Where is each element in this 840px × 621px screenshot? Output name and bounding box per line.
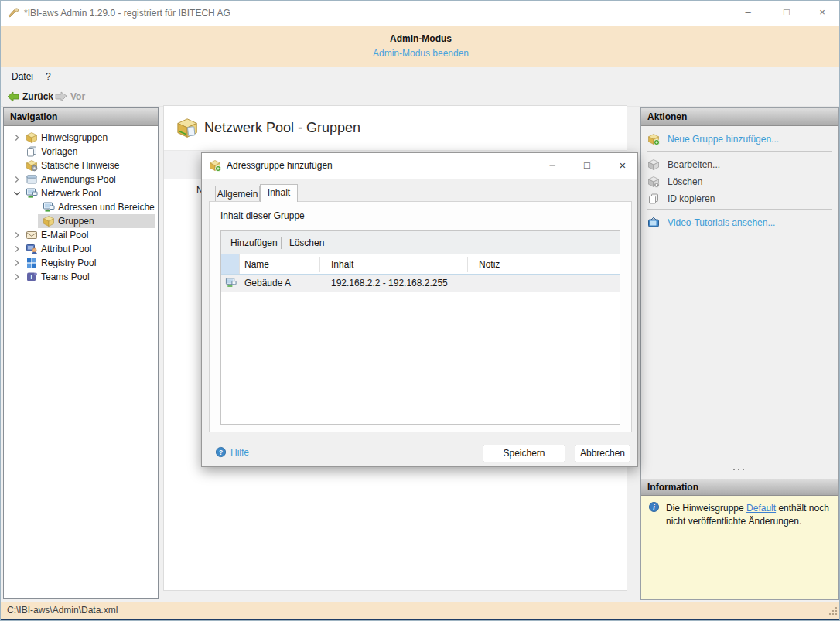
help-label: Hilfe [230, 447, 249, 458]
info-text-before: Die Hinweisgruppe [666, 503, 746, 514]
admin-mode-exit-link[interactable]: Admin-Modus beenden [1, 48, 840, 59]
chevron-right-icon[interactable] [12, 271, 22, 282]
dialog-close-button[interactable]: × [610, 155, 636, 176]
nav-toolbar: Zurück Vor [1, 86, 840, 107]
help-link[interactable]: Hilfe [215, 446, 249, 458]
sidebar-item-label: Attribut Pool [41, 242, 91, 256]
list-corner-cell [221, 254, 240, 274]
column-divider[interactable] [319, 257, 320, 272]
information-text: Die Hinweisgruppe Default enthält noch n… [666, 502, 832, 528]
sidebar-item-label: Anwendungs Pool [41, 172, 116, 186]
column-header-name[interactable]: Name [244, 254, 269, 275]
chevron-right-icon[interactable] [12, 230, 22, 241]
action-label: ID kopieren [668, 193, 715, 204]
dialog-maximize-button[interactable]: □ [574, 155, 600, 176]
maximize-button[interactable]: □ [769, 1, 804, 26]
group-content-label: Inhalt dieser Gruppe [220, 210, 305, 221]
sidebar-item-vorlagen[interactable]: Vorlagen [4, 145, 158, 159]
selection-highlight [38, 214, 155, 228]
resize-grip[interactable] [828, 606, 838, 616]
delete-entry-button[interactable]: Löschen [289, 231, 324, 254]
dialog-minimize-button[interactable]: – [539, 155, 565, 176]
action-video-tutorials[interactable]: Video-Tutorials ansehen... [647, 213, 775, 230]
actions-separator [647, 151, 832, 152]
sidebar-item-gruppen[interactable]: Gruppen [4, 214, 158, 228]
action-edit[interactable]: Bearbeiten... [647, 155, 720, 172]
monitor-icon [225, 277, 237, 288]
information-body: Die Hinweisgruppe Default enthält noch n… [641, 496, 838, 599]
package-delete-icon [647, 176, 660, 188]
actions-header: Aktionen [641, 108, 838, 126]
tv-icon [647, 217, 660, 229]
column-divider[interactable] [467, 257, 468, 272]
app-icon [7, 7, 19, 19]
sidebar-item-netzwerk-pool[interactable]: Netzwerk Pool [4, 186, 158, 200]
chevron-right-icon[interactable] [12, 258, 22, 268]
back-label: Zurück [22, 91, 53, 102]
mail-icon [26, 229, 38, 241]
sidebar-item-attribut-pool[interactable]: Attribut Pool [4, 242, 158, 256]
admin-mode-banner: Admin-Modus Admin-Modus beenden [1, 26, 840, 67]
copy-icon [26, 145, 38, 158]
sidebar-item-email-pool[interactable]: E-Mail Pool [4, 228, 158, 242]
panel-splitter-handle[interactable] [732, 468, 749, 471]
package-gear-icon [26, 159, 38, 172]
action-delete[interactable]: Löschen [647, 172, 702, 189]
back-button[interactable]: Zurück [7, 88, 53, 104]
window-title: *IBI-aws Admin 1.29.0 - registriert für … [24, 1, 230, 26]
chevron-down-icon[interactable] [12, 188, 22, 199]
registry-grid-icon [26, 257, 38, 269]
chevron-right-icon[interactable] [12, 132, 22, 143]
help-icon [215, 446, 227, 458]
package-plus-icon [209, 159, 221, 172]
forward-button[interactable]: Vor [55, 88, 85, 104]
action-label: Bearbeiten... [668, 159, 720, 170]
close-button[interactable]: × [804, 1, 840, 26]
menu-help[interactable]: ? [41, 67, 56, 86]
sidebar-item-teams-pool[interactable]: Teams Pool [4, 270, 158, 284]
page-title: Netzwerk Pool - Gruppen [204, 120, 360, 136]
navigation-panel: Navigation Hinweisgruppen Vorlagen Stati… [3, 107, 159, 599]
sidebar-item-anwendungs-pool[interactable]: Anwendungs Pool [4, 172, 158, 186]
action-new-group[interactable]: Neue Gruppe hinzufügen... [647, 130, 779, 147]
sidebar-item-statische-hinweise[interactable]: Statische Hinweise [4, 159, 158, 172]
title-bar: *IBI-aws Admin 1.29.0 - registriert für … [1, 1, 840, 26]
forward-label: Vor [70, 91, 85, 102]
default-group-link[interactable]: Default [746, 503, 776, 514]
table-row[interactable]: Gebäude A 192.168.2.2 - 192.168.2.255 [221, 275, 620, 292]
column-header-notiz[interactable]: Notiz [479, 254, 500, 275]
tab-inhalt[interactable]: Inhalt [260, 184, 298, 202]
sidebar-item-adressen-und-bereiche[interactable]: Adressen und Bereiche [4, 200, 158, 214]
toolbar-divider [281, 237, 282, 249]
cancel-button[interactable]: Abbrechen [575, 445, 630, 462]
tab-allgemein[interactable]: Allgemein [215, 186, 260, 201]
sidebar-item-label: Netzwerk Pool [41, 186, 101, 200]
app-window: *IBI-aws Admin 1.29.0 - registriert für … [0, 0, 840, 621]
sidebar-item-label: Vorlagen [41, 145, 77, 159]
information-header: Information [641, 479, 838, 496]
navigation-header: Navigation [4, 108, 158, 126]
list-toolbar: Hinzufügen Löschen [221, 231, 620, 254]
chevron-right-icon[interactable] [12, 174, 22, 185]
list-header-row: Name Inhalt Notiz [221, 254, 620, 275]
action-label: Löschen [668, 176, 702, 187]
sidebar-item-label: Gruppen [58, 214, 94, 228]
action-copy-id[interactable]: ID kopieren [647, 189, 715, 206]
sidebar-item-hinweisgruppen[interactable]: Hinweisgruppen [4, 131, 158, 145]
menu-datei[interactable]: Datei [7, 67, 38, 86]
minimize-button[interactable]: – [730, 1, 766, 26]
save-button[interactable]: Speichern [483, 445, 565, 462]
sidebar-item-registry-pool[interactable]: Registry Pool [4, 256, 158, 270]
sidebar-item-label: Statische Hinweise [41, 159, 119, 172]
actions-separator [647, 209, 832, 210]
sidebar-item-label: Registry Pool [41, 256, 96, 270]
add-entry-button[interactable]: Hinzufügen [230, 231, 278, 254]
package-icon [43, 215, 55, 227]
column-header-inhalt[interactable]: Inhalt [331, 254, 353, 275]
group-content-list: Hinzufügen Löschen Name Inhalt Notiz Geb… [220, 230, 620, 425]
sidebar-item-label: E-Mail Pool [41, 228, 88, 242]
package-gray-icon [647, 159, 660, 171]
sidebar-item-label: Hinweisgruppen [41, 131, 108, 145]
dialog-title: Adressgruppe hinzufügen [227, 153, 333, 179]
chevron-right-icon[interactable] [12, 244, 22, 254]
